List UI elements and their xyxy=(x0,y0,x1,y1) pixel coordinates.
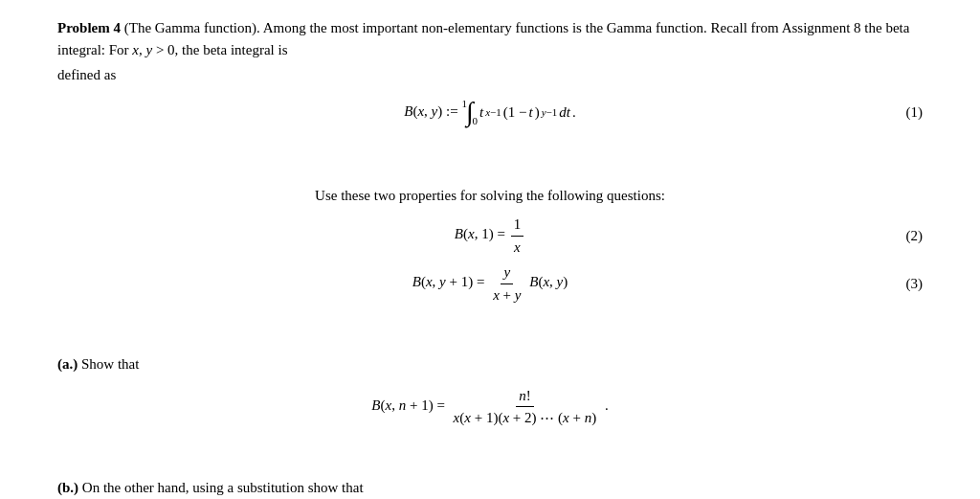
problem-header: Problem 4 (The Gamma function). Among th… xyxy=(57,17,923,86)
equation-2: B(x, 1) = 1 x (2) xyxy=(57,214,923,258)
eq2-number: (2) xyxy=(906,225,924,247)
defined-as: defined as xyxy=(57,64,923,86)
eq3-number: (3) xyxy=(906,273,924,295)
equation-1: B(x, y) := 1 ∫ 0 tx−1(1 − t)y−1dt. (1) xyxy=(57,96,923,129)
part-a-header: (a.) Show that xyxy=(57,353,923,375)
equation-3: B(x, y + 1) = y x + y B(x, y) (3) xyxy=(57,261,923,306)
part-b-header: (b.) On the other hand, using a substitu… xyxy=(57,477,923,499)
eq1-number: (1) xyxy=(906,102,924,124)
properties-intro: Use these two properties for solving the… xyxy=(57,185,923,207)
problem-title-paren: (The Gamma function). xyxy=(124,20,260,35)
part-a-equation: B(x, n + 1) = n! x(x + 1)(x + 2) ⋯ (x + … xyxy=(57,385,923,429)
problem-number: Problem 4 xyxy=(57,20,121,35)
